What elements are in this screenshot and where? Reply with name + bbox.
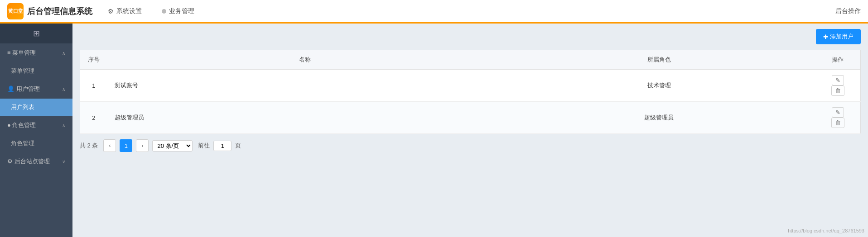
goto-suffix-label: 页 <box>235 142 241 150</box>
goto-prefix-label: 前往 <box>198 142 210 150</box>
cell-no: 2 <box>80 102 107 134</box>
sidebar-item-user-list[interactable]: 用户列表 <box>0 99 72 116</box>
sidebar-group-label-user: 用户管理 <box>16 85 40 92</box>
sidebar-item-role-manage[interactable]: 角色管理 <box>0 135 72 152</box>
col-header-name: 名称 <box>107 50 503 70</box>
cell-role: 超级管理员 <box>503 102 815 134</box>
table-wrap: 序号 名称 所属角色 操作 1 测试账号 技术管理 ✎ 🗑 2 超级管理员 超级… <box>72 50 868 134</box>
cell-ops: ✎ 🗑 <box>815 70 861 102</box>
cell-name: 测试账号 <box>107 70 503 102</box>
chevron-up-icon: ∧ <box>62 51 65 56</box>
table-row: 1 测试账号 技术管理 ✎ 🗑 <box>80 70 861 102</box>
header-right-label[interactable]: 后台操作 <box>835 7 861 15</box>
sidebar-group-label-role: 角色管理 <box>12 122 36 128</box>
chevron-up-icon-role: ∧ <box>62 123 65 128</box>
sidebar-group-user-management[interactable]: 👤 用户管理 ∧ <box>0 80 72 99</box>
col-header-role: 所属角色 <box>503 50 815 70</box>
sidebar-group-label-menu: 菜单管理 <box>12 49 36 56</box>
menu-icon: ≡ <box>7 49 12 56</box>
sidebar-group-label-site: 后台站点管理 <box>14 158 50 165</box>
current-page-number[interactable]: 1 <box>120 139 132 152</box>
edit-button[interactable]: ✎ <box>832 75 844 85</box>
sidebar-group-site-management[interactable]: ⚙ 后台站点管理 ∨ <box>0 152 72 171</box>
main-content: ✚ 添加用户 序号 名称 所属角色 操作 1 测试账号 技术管理 ✎ <box>72 24 868 237</box>
watermark: https://blog.csdn.net/qq_28761593 <box>788 228 864 233</box>
settings-icon: ⚙ <box>7 158 14 165</box>
pagination: 共 2 条 ‹ 1 › 20 条/页50 条/页100 条/页 前往 页 <box>72 134 868 157</box>
sidebar-group-role-management[interactable]: ● 角色管理 ∧ <box>0 116 72 135</box>
header: 黄口堂 后台管理信息系统 ⚙ 系统设置 业务管理 后台操作 <box>0 0 868 24</box>
sidebar-group-menu-management[interactable]: ≡ 菜单管理 ∧ <box>0 43 72 62</box>
total-info: 共 2 条 <box>80 142 98 150</box>
role-circle-icon: ● <box>7 122 12 128</box>
logo-icon: 黄口堂 <box>7 3 24 19</box>
layout: ⊞ ≡ 菜单管理 ∧ 菜单管理 👤 用户管理 ∧ 用户列表 <box>0 24 868 237</box>
page-size-select[interactable]: 20 条/页50 条/页100 条/页 <box>152 140 193 152</box>
cell-name: 超级管理员 <box>107 102 503 134</box>
col-header-ops: 操作 <box>815 50 861 70</box>
nav-item-business-management[interactable]: 业务管理 <box>157 5 199 18</box>
user-table: 序号 名称 所属角色 操作 1 测试账号 技术管理 ✎ 🗑 2 超级管理员 超级… <box>80 50 861 134</box>
nav-label-system-settings: 系统设置 <box>116 7 142 15</box>
add-user-button[interactable]: ✚ 添加用户 <box>816 29 861 44</box>
user-icon: 👤 <box>7 85 16 92</box>
nav-label-business-management: 业务管理 <box>169 7 194 15</box>
app-title: 后台管理信息系统 <box>27 6 92 17</box>
cell-no: 1 <box>80 70 107 102</box>
chevron-down-icon-site: ∨ <box>62 159 65 164</box>
sidebar-item-menu-manage[interactable]: 菜单管理 <box>0 62 72 80</box>
main-toolbar: ✚ 添加用户 <box>72 24 868 50</box>
delete-button[interactable]: 🗑 <box>831 85 844 96</box>
right-arrow-icon: › <box>141 142 143 149</box>
left-arrow-icon: ‹ <box>109 142 111 149</box>
goto-page-input[interactable] <box>213 141 231 151</box>
table-row: 2 超级管理员 超级管理员 ✎ 🗑 <box>80 102 861 134</box>
edit-button[interactable]: ✎ <box>832 107 844 118</box>
sidebar: ⊞ ≡ 菜单管理 ∧ 菜单管理 👤 用户管理 ∧ 用户列表 <box>0 24 72 237</box>
col-header-no: 序号 <box>80 50 107 70</box>
logo-box: 黄口堂 后台管理信息系统 <box>7 3 92 19</box>
prev-page-button[interactable]: ‹ <box>103 139 116 152</box>
top-nav: ⚙ 系统设置 业务管理 <box>103 5 199 18</box>
cell-ops: ✎ 🗑 <box>815 102 861 134</box>
plus-icon: ✚ <box>823 33 828 40</box>
grid-icon: ⊞ <box>33 28 40 38</box>
chevron-up-icon-user: ∧ <box>62 87 65 92</box>
gear-icon: ⚙ <box>108 8 114 15</box>
delete-button[interactable]: 🗑 <box>831 118 844 128</box>
circle-icon <box>162 9 166 14</box>
next-page-button[interactable]: › <box>136 139 149 152</box>
sidebar-top: ⊞ <box>0 24 72 43</box>
cell-role: 技术管理 <box>503 70 815 102</box>
nav-item-system-settings[interactable]: ⚙ 系统设置 <box>103 5 146 18</box>
